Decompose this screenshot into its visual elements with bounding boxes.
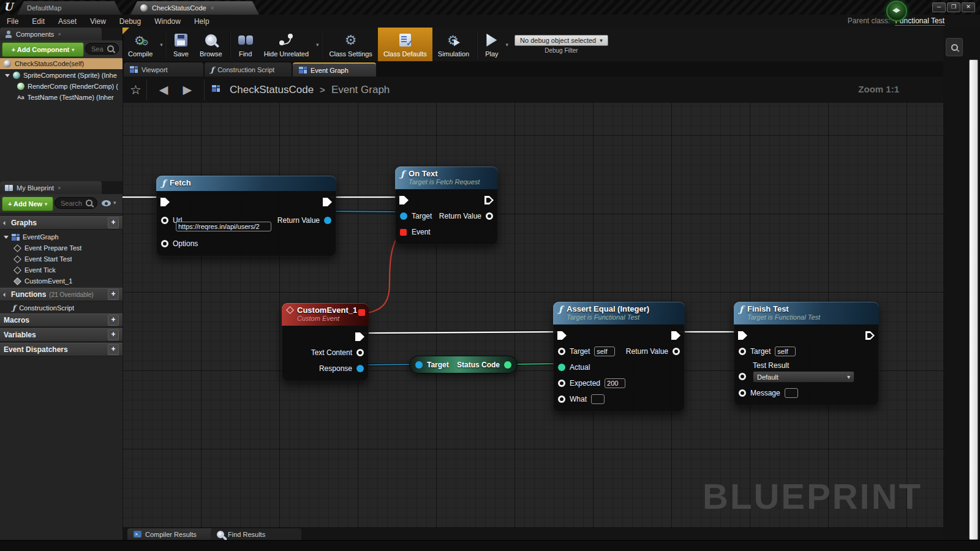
class-defaults-button[interactable]: ✓ Class Defaults (378, 28, 432, 61)
close-tab-icon[interactable]: × (58, 185, 61, 191)
back-arrow-icon[interactable]: ◀ (152, 83, 176, 97)
expander-icon[interactable] (4, 236, 9, 239)
macros-section-header[interactable]: Macros + (0, 313, 123, 327)
menu-item-edit[interactable]: Edit (25, 17, 51, 26)
eye-options-caret[interactable]: ▾ (113, 200, 116, 206)
message-value-input[interactable] (785, 388, 798, 398)
actual-pin[interactable] (558, 364, 565, 371)
expected-value-input[interactable] (605, 378, 625, 388)
functions-section-header[interactable]: Functions (21 Overridable) + (0, 288, 123, 301)
minimize-button[interactable]: ─ (932, 2, 946, 12)
exec-in-pin[interactable] (557, 331, 567, 340)
components-search[interactable] (85, 43, 119, 54)
return-value-pin[interactable] (486, 212, 493, 220)
component-row-sprite[interactable]: SpriteComponent (Sprite) (Inhe (0, 70, 123, 81)
my-blueprint-search-input[interactable] (59, 199, 83, 208)
menu-item-view[interactable]: View (83, 17, 113, 26)
target-pin[interactable] (739, 348, 746, 355)
event-row-tick[interactable]: Event Tick (0, 264, 123, 276)
target-pin[interactable] (415, 361, 423, 369)
add-new-button[interactable]: + Add New (2, 197, 53, 211)
tab-event-graph[interactable]: Event Graph (293, 62, 376, 77)
hide-unrelated-caret[interactable] (316, 42, 319, 48)
url-pin[interactable] (161, 217, 168, 224)
zoom-to-fit-button[interactable] (946, 38, 963, 56)
event-dispatchers-section-header[interactable]: Event Dispatchers + (0, 343, 123, 356)
menu-item-help[interactable]: Help (187, 17, 216, 26)
menu-item-window[interactable]: Window (148, 17, 187, 26)
find-results-tab[interactable]: Find Results (211, 528, 301, 540)
favorite-star-icon[interactable]: ☆ (130, 83, 141, 97)
my-blueprint-search[interactable] (55, 197, 97, 209)
url-value-input[interactable] (176, 222, 271, 231)
exec-in-pin[interactable] (399, 196, 409, 204)
my-blueprint-tab[interactable]: My Blueprint × (0, 181, 102, 194)
target-pin[interactable] (400, 212, 407, 220)
event-row-start-test[interactable]: Event Start Test (0, 253, 123, 264)
component-row-testname[interactable]: Aa TestName (TestName) (Inher (0, 92, 123, 103)
node-finish-test-header[interactable]: ƒ Finish Test Target is Functional Test (734, 302, 879, 324)
components-search-input[interactable] (90, 45, 105, 53)
construction-script-row[interactable]: ƒ ConstructionScript (0, 302, 123, 313)
component-row-root[interactable]: CheckStatusCode(self) (0, 58, 123, 69)
return-value-pin[interactable] (324, 217, 331, 224)
target-pin[interactable] (558, 348, 565, 355)
exec-in-pin[interactable] (160, 198, 170, 206)
add-function-button[interactable]: + (108, 289, 119, 300)
compile-options-caret[interactable] (160, 42, 163, 48)
close-tab-icon[interactable]: × (58, 31, 61, 37)
variables-section-header[interactable]: Variables + (0, 328, 123, 342)
node-assert-equal-header[interactable]: ƒ Assert Equal (Integer) Target is Funct… (553, 302, 685, 324)
restore-button[interactable]: ❐ (947, 2, 960, 12)
node-customevent1-header[interactable]: CustomEvent_1 Custom Event (282, 303, 369, 326)
test-result-dropdown[interactable]: Default (753, 371, 854, 383)
menu-item-file[interactable]: File (0, 17, 25, 26)
target-value-input[interactable] (594, 347, 615, 356)
add-component-button[interactable]: + Add Component (2, 42, 84, 57)
expander-icon[interactable] (5, 74, 10, 77)
debug-object-dropdown[interactable]: No debug object selected (514, 35, 608, 46)
visibility-eye-icon[interactable] (102, 200, 111, 206)
exec-out-pin[interactable] (355, 332, 364, 341)
window-tab-defaultmap[interactable]: DefaultMap (17, 1, 121, 15)
node-fetch-header[interactable]: ƒ Fetch (156, 176, 336, 191)
play-button[interactable]: Play (480, 28, 503, 61)
node-customevent1[interactable]: CustomEvent_1 Custom Event Text Content … (282, 303, 369, 381)
event-delegate-pin[interactable] (400, 229, 407, 236)
return-value-pin[interactable] (673, 348, 680, 355)
play-options-caret[interactable] (506, 42, 509, 48)
eventgraph-row[interactable]: EventGraph (0, 231, 123, 242)
save-button[interactable]: Save (168, 28, 194, 61)
breadcrumb-root-link[interactable]: CheckStatusCode (230, 84, 314, 96)
close-button[interactable]: ✕ (962, 2, 975, 12)
add-macro-button[interactable]: + (108, 315, 119, 326)
node-status-code[interactable]: Target Status Code (409, 356, 518, 373)
hide-unrelated-button[interactable]: Hide Unrelated (258, 28, 314, 61)
components-tab[interactable]: Components × (0, 28, 102, 40)
vertical-scrollbar[interactable] (969, 59, 978, 540)
close-tab-icon[interactable]: × (211, 5, 214, 12)
message-pin[interactable] (739, 389, 746, 397)
add-dispatcher-button[interactable]: + (108, 344, 119, 355)
exec-in-pin[interactable] (738, 331, 747, 340)
menu-item-debug[interactable]: Debug (113, 17, 148, 26)
class-settings-button[interactable]: ⚙ Class Settings (324, 28, 378, 61)
tab-viewport[interactable]: Viewport (124, 62, 203, 77)
what-value-input[interactable] (591, 394, 605, 404)
event-graph-canvas[interactable]: BLUEPRINT ƒ Fetch (123, 103, 943, 528)
status-code-pin[interactable] (504, 361, 511, 369)
event-row-prepare-test[interactable]: Event Prepare Test (0, 242, 123, 253)
find-button[interactable]: Find (233, 28, 258, 61)
graphs-section-header[interactable]: Graphs + (0, 216, 123, 230)
response-pin[interactable] (356, 365, 364, 372)
text-content-pin[interactable] (356, 349, 364, 356)
node-on-text[interactable]: ƒ On Text Target is Fetch Request Target… (395, 167, 498, 245)
test-result-pin[interactable] (739, 373, 746, 380)
tab-construction-script[interactable]: ƒ Construction Script (205, 62, 292, 77)
tutorial-icon[interactable] (886, 1, 907, 21)
forward-arrow-icon[interactable]: ▶ (175, 83, 199, 97)
browse-button[interactable]: Browse (194, 28, 228, 61)
expected-pin[interactable] (558, 380, 565, 387)
node-assert-equal[interactable]: ƒ Assert Equal (Integer) Target is Funct… (553, 302, 685, 412)
menu-item-asset[interactable]: Asset (51, 17, 83, 26)
